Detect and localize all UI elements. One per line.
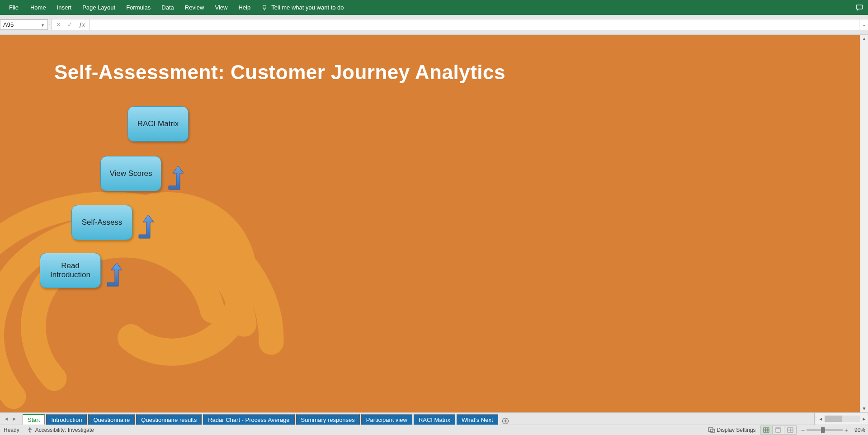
svg-point-2 <box>29 428 30 429</box>
formula-bar-row: A95 ▾ ⋮ ✕ ✓ ƒx ⌄ <box>0 19 868 30</box>
menu-page-layout[interactable]: Page Layout <box>77 0 121 15</box>
tab-introduction[interactable]: Introduction <box>46 414 87 425</box>
svg-rect-5 <box>764 428 769 432</box>
display-settings-label: Display Settings <box>717 427 756 433</box>
hscroll-right-icon[interactable]: ► <box>860 416 868 421</box>
step-raci-matrix-button[interactable]: RACI Matrix <box>127 106 189 142</box>
formula-bar-divider: ⋮ <box>48 19 52 30</box>
arrow-up-icon <box>137 214 154 240</box>
tab-questionnaire[interactable]: Questionnaire <box>88 414 135 425</box>
page-layout-icon <box>775 427 781 433</box>
name-box-value: A95 <box>3 21 14 28</box>
zoom-slider-thumb[interactable] <box>821 427 825 433</box>
formula-bar-buttons: ✕ ✓ ƒx <box>52 19 90 30</box>
sheet-tab-row: ◄ ► Start Introduction Questionnaire Que… <box>0 412 868 425</box>
menu-home[interactable]: Home <box>25 0 52 15</box>
plus-circle-icon <box>502 417 509 425</box>
zoom-control: − + 90% <box>801 426 865 434</box>
status-ready: Ready <box>4 427 19 433</box>
zoom-out-button[interactable]: − <box>801 426 805 434</box>
menu-review[interactable]: Review <box>179 0 210 15</box>
menu-file[interactable]: File <box>3 0 25 15</box>
svg-rect-0 <box>856 5 863 9</box>
ribbon-spacer <box>0 15 868 19</box>
tab-nav-buttons: ◄ ► <box>0 413 21 425</box>
accessibility-status[interactable]: Accessibility: Investigate <box>27 427 94 433</box>
worksheet-area: Self-Assessment: Customer Journey Analyt… <box>0 35 868 412</box>
view-page-break-button[interactable] <box>784 426 796 434</box>
step-label: RACI Matrix <box>137 119 179 128</box>
step-label: Self-Assess <box>82 218 123 227</box>
hscroll-thumb[interactable] <box>825 416 842 422</box>
accessibility-icon <box>27 427 33 433</box>
tab-participant-view[interactable]: Participant view <box>361 414 412 425</box>
page-title: Self-Assessment: Customer Journey Analyt… <box>54 61 505 84</box>
name-box[interactable]: A95 ▾ <box>0 19 48 30</box>
zoom-slider[interactable] <box>807 429 843 431</box>
tell-me-search[interactable]: Tell me what you want to do <box>256 4 349 11</box>
tab-raci-matrix[interactable]: RACI Matrix <box>414 414 455 425</box>
tab-start[interactable]: Start <box>23 414 45 425</box>
view-page-layout-button[interactable] <box>773 426 784 434</box>
horizontal-scrollbar[interactable]: ⋮ ◄ ► <box>814 413 868 425</box>
grid-icon <box>763 427 769 433</box>
cancel-icon[interactable]: ✕ <box>56 21 61 28</box>
formula-input[interactable] <box>90 19 859 30</box>
tab-whats-next[interactable]: What's Next <box>457 414 498 425</box>
arrow-up-icon <box>105 262 122 288</box>
menu-help[interactable]: Help <box>233 0 256 15</box>
display-settings-icon <box>708 427 715 433</box>
display-settings-button[interactable]: Display Settings <box>708 427 756 433</box>
arrow-up-icon <box>166 165 184 191</box>
step-label: Read Introduction <box>43 261 98 280</box>
tell-me-label: Tell me what you want to do <box>271 4 344 11</box>
add-sheet-button[interactable] <box>500 417 511 425</box>
tab-nav-next-icon[interactable]: ► <box>11 416 18 421</box>
page-break-icon <box>787 427 793 433</box>
step-self-assess-button[interactable]: Self-Assess <box>71 205 132 240</box>
step-label: View Scores <box>109 169 152 178</box>
step-view-scores-button[interactable]: View Scores <box>100 156 161 191</box>
worksheet-canvas[interactable]: Self-Assessment: Customer Journey Analyt… <box>0 35 860 412</box>
tab-summary-responses[interactable]: Summary responses <box>296 414 360 425</box>
sheet-tabs: Start Introduction Questionnaire Questio… <box>21 413 814 425</box>
lightbulb-icon <box>261 5 268 11</box>
vertical-scrollbar[interactable]: ▲ ▼ <box>860 35 868 412</box>
formula-bar-expand[interactable]: ⌄ <box>859 19 868 30</box>
scroll-down-icon[interactable]: ▼ <box>860 405 868 412</box>
scroll-up-icon[interactable]: ▲ <box>860 35 868 43</box>
accessibility-label: Accessibility: Investigate <box>35 427 94 433</box>
fx-icon[interactable]: ƒx <box>79 21 85 28</box>
tab-questionnaire-results[interactable]: Questionnaire results <box>136 414 202 425</box>
menu-insert[interactable]: Insert <box>52 0 77 15</box>
status-bar: Ready Accessibility: Investigate Display… <box>0 425 868 435</box>
view-normal-button[interactable] <box>761 426 773 434</box>
enter-icon[interactable]: ✓ <box>67 21 72 28</box>
zoom-level[interactable]: 90% <box>850 427 865 433</box>
name-box-dropdown-icon[interactable]: ▾ <box>38 21 47 29</box>
menu-data[interactable]: Data <box>156 0 179 15</box>
tab-nav-prev-icon[interactable]: ◄ <box>3 416 10 421</box>
menu-view[interactable]: View <box>209 0 233 15</box>
view-mode-buttons <box>760 426 797 435</box>
ribbon: File Home Insert Page Layout Formulas Da… <box>0 0 868 15</box>
hscroll-track[interactable] <box>825 416 860 422</box>
step-read-introduction-button[interactable]: Read Introduction <box>40 253 101 288</box>
menu-formulas[interactable]: Formulas <box>121 0 156 15</box>
tab-radar-chart[interactable]: Radar Chart - Process Average <box>203 414 294 425</box>
zoom-in-button[interactable]: + <box>844 426 848 434</box>
comments-icon[interactable] <box>855 4 863 12</box>
sheet-header-spacer <box>0 30 868 35</box>
hscroll-left-icon[interactable]: ◄ <box>817 416 825 421</box>
